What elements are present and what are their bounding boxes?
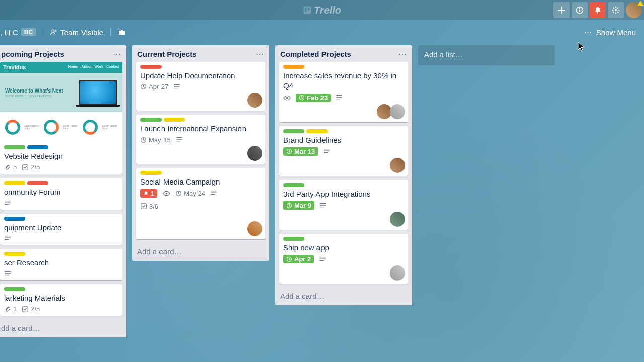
list: Completed Projects⋯Increase sales revenu…	[275, 45, 412, 305]
label-green[interactable]	[283, 129, 304, 133]
list-menu-button[interactable]: ⋯	[256, 49, 264, 59]
svg-point-7	[615, 9, 617, 11]
svg-rect-11	[121, 30, 123, 31]
description-icon	[319, 256, 326, 263]
svg-point-9	[55, 30, 56, 32]
description-icon	[319, 202, 327, 209]
label-yellow[interactable]	[140, 171, 162, 175]
card-members	[249, 146, 262, 161]
list-menu-button[interactable]: ⋯	[113, 49, 121, 59]
description-icon	[173, 83, 180, 90]
due-date-complete: Feb 23	[296, 94, 331, 102]
due-date-complete: Mar 13	[283, 147, 318, 156]
board-briefcase-icon[interactable]	[118, 28, 126, 36]
due-date: May 15	[140, 136, 171, 144]
member-avatar[interactable]	[390, 265, 405, 281]
create-button[interactable]	[553, 2, 570, 18]
card-title: ser Research	[4, 258, 118, 268]
list-menu-button[interactable]: ⋯	[398, 49, 407, 59]
add-card-button[interactable]: Add a card…	[275, 288, 412, 305]
label-green[interactable]	[283, 237, 304, 241]
member-avatar[interactable]	[390, 212, 405, 227]
add-card-button[interactable]: Add a card…	[132, 243, 269, 261]
card-members	[249, 221, 262, 236]
card[interactable]: ommunity Forum	[0, 178, 122, 209]
list-title[interactable]: pcoming Projects	[1, 50, 64, 58]
card-cover: TraviduxHomeAboutWorkContactWelcome to W…	[0, 62, 122, 142]
card[interactable]: Launch International ExpansionMay 15	[136, 115, 265, 163]
user-avatar[interactable]	[626, 2, 642, 18]
card-badges: 12/5	[4, 305, 118, 313]
card-badges: 1May 243/6	[140, 189, 261, 210]
checklist-badge: 3/6	[140, 203, 158, 210]
app-logo[interactable]: Trello	[303, 5, 341, 16]
member-avatar[interactable]	[247, 93, 262, 108]
card[interactable]: quipment Update	[0, 214, 122, 245]
list-title[interactable]: Current Projects	[137, 50, 197, 58]
label-green[interactable]	[4, 145, 25, 149]
visibility-button[interactable]: Team Visible	[50, 28, 103, 37]
description-icon	[336, 94, 343, 101]
member-avatar[interactable]	[247, 146, 262, 161]
member-avatar[interactable]	[247, 221, 262, 236]
card-labels	[283, 129, 404, 133]
card[interactable]: Social Media Campaign 1May 243/6	[136, 168, 265, 239]
settings-button[interactable]	[608, 2, 624, 18]
card-labels	[4, 217, 118, 221]
label-red[interactable]	[27, 181, 48, 185]
svg-rect-5	[579, 10, 580, 12]
card-title: Brand Guidelines	[283, 135, 404, 145]
card-badges: Apr 2	[283, 255, 404, 263]
label-green[interactable]	[140, 118, 162, 122]
svg-rect-10	[119, 31, 125, 35]
card-members	[392, 265, 405, 281]
label-yellow[interactable]	[164, 118, 185, 122]
card-badges: May 15	[140, 136, 261, 144]
board-canvas[interactable]: pcoming Projects⋯TraviduxHomeAboutWorkCo…	[0, 44, 644, 362]
show-menu-button[interactable]: Show Menu	[596, 28, 636, 37]
team-name[interactable]: , LLC	[0, 28, 18, 37]
card-badges	[4, 270, 118, 277]
card-badges: 52/5	[4, 163, 118, 171]
card-title: 3rd Party App Integrations	[283, 189, 404, 199]
info-button[interactable]	[572, 2, 588, 18]
svg-point-16	[166, 192, 168, 194]
svg-point-8	[52, 30, 54, 32]
card[interactable]: 3rd Party App IntegrationsMar 9	[279, 180, 408, 230]
svg-point-6	[597, 12, 598, 13]
add-card-button[interactable]: dd a card…	[0, 320, 126, 337]
card[interactable]: Ship new appApr 2	[279, 234, 408, 284]
svg-point-4	[579, 8, 580, 9]
card[interactable]: larketing Materials12/5	[0, 284, 122, 316]
label-green[interactable]	[283, 183, 304, 187]
label-blue[interactable]	[4, 217, 25, 221]
list: Current Projects⋯Update Help Documentati…	[132, 45, 269, 261]
label-yellow[interactable]	[4, 252, 25, 256]
card[interactable]: TraviduxHomeAboutWorkContactWelcome to W…	[0, 62, 122, 174]
card-labels	[4, 252, 118, 256]
card[interactable]: Brand GuidelinesMar 13	[279, 126, 408, 176]
label-green[interactable]	[4, 287, 25, 291]
card-badges: Feb 23	[283, 94, 404, 102]
member-avatar[interactable]	[390, 104, 405, 119]
svg-point-19	[286, 97, 288, 99]
label-blue[interactable]	[27, 145, 48, 149]
label-yellow[interactable]	[306, 129, 328, 133]
member-avatar[interactable]	[390, 158, 405, 173]
label-orange[interactable]	[283, 65, 304, 69]
card[interactable]: Increase sales revenue by 30% in Q4Feb 2…	[279, 62, 408, 122]
list-title[interactable]: Completed Projects	[280, 50, 351, 58]
card-title: Launch International Expansion	[140, 124, 261, 134]
attachments-badge: 5	[4, 163, 17, 171]
add-list-button[interactable]: Add a list…	[418, 45, 555, 65]
due-date-complete: Mar 9	[283, 201, 314, 210]
more-icon[interactable]: ⋯	[584, 28, 592, 37]
label-yellow[interactable]	[4, 181, 25, 185]
card-labels	[4, 181, 118, 185]
card[interactable]: Update Help DocumentationApr 27	[136, 62, 265, 111]
notifications-button[interactable]	[590, 2, 606, 18]
label-red[interactable]	[140, 65, 162, 69]
card[interactable]: ser Research	[0, 249, 122, 280]
description-icon	[4, 200, 11, 207]
card-labels	[4, 145, 118, 149]
